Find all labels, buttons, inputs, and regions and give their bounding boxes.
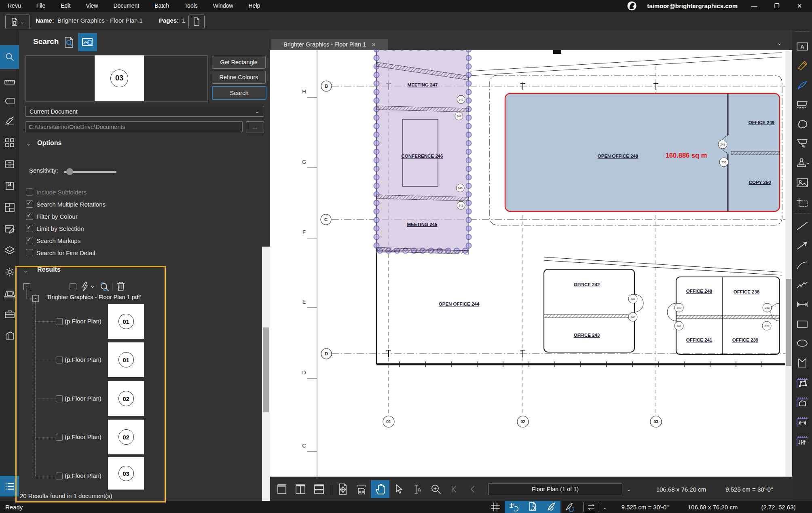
- options-header[interactable]: Options: [37, 139, 61, 147]
- menu-file[interactable]: File: [29, 0, 53, 12]
- menu-batch[interactable]: Batch: [147, 0, 177, 12]
- close-button[interactable]: ✕: [793, 2, 806, 10]
- delete-results-button[interactable]: [116, 281, 126, 291]
- results-collapse-chevron[interactable]: ⌄: [23, 268, 28, 274]
- bookmarks-panel-tab[interactable]: [0, 176, 19, 196]
- menu-edit[interactable]: Edit: [53, 0, 78, 12]
- document-node-collapse[interactable]: -: [32, 295, 39, 302]
- apply-action-button[interactable]: [80, 282, 94, 291]
- menu-window[interactable]: Window: [205, 0, 241, 12]
- result-thumbnail[interactable]: 02: [108, 420, 144, 454]
- search-path-input[interactable]: C:\Users\taimo\OneDrive\Documents: [25, 121, 243, 132]
- fit-page-button[interactable]: [334, 480, 352, 498]
- pdf-canvas[interactable]: H G F E D C B C D: [270, 50, 785, 477]
- squiggly-markup-tool[interactable]: [792, 95, 812, 114]
- browse-button[interactable]: ...: [246, 121, 264, 133]
- search-button[interactable]: Search: [212, 86, 266, 100]
- toolchest-panel-tab[interactable]: [0, 304, 19, 324]
- checkbox-filter-by-colour[interactable]: Filter by Colour: [26, 213, 78, 220]
- create-pdf-button[interactable]: [188, 15, 205, 29]
- sensitivity-slider-thumb[interactable]: [66, 168, 73, 175]
- area-measure-tool[interactable]: [792, 374, 812, 392]
- settings-panel-tab[interactable]: [0, 262, 19, 282]
- fit-width-button[interactable]: [352, 480, 371, 498]
- pen-sync-indicator[interactable]: [560, 501, 579, 513]
- arrow-tool[interactable]: [792, 236, 812, 255]
- refresh-search-button[interactable]: [98, 281, 110, 292]
- result-checkbox[interactable]: [56, 395, 63, 402]
- visual-search-mode-button[interactable]: [78, 33, 97, 51]
- split-vertical-button[interactable]: [291, 480, 310, 498]
- select-tool-button[interactable]: [389, 480, 408, 498]
- count-measure-tool[interactable]: [792, 432, 812, 450]
- menu-document[interactable]: Document: [106, 0, 147, 12]
- checkbox-search-for-fine-detail[interactable]: Search for Fine Detail: [26, 249, 95, 256]
- page-select-field[interactable]: Floor Plan (1 of 1): [488, 483, 622, 495]
- single-pane-button[interactable]: [273, 480, 291, 498]
- checkbox-limit-by-selection[interactable]: Limit by Selection: [26, 225, 84, 232]
- result-thumbnail[interactable]: 03: [108, 457, 144, 490]
- menu-revu[interactable]: Revu: [0, 0, 29, 12]
- account-email[interactable]: taimoor@brightergraphics.com: [647, 2, 738, 9]
- checkbox-search-markups[interactable]: Search Markups: [26, 237, 80, 244]
- file-access-panel-tab[interactable]: [0, 154, 19, 174]
- menu-help[interactable]: Help: [241, 0, 268, 12]
- checkbox-include-subfolders[interactable]: Include Subfolders: [26, 188, 87, 196]
- menu-view[interactable]: View: [78, 0, 106, 12]
- result-thumbnail[interactable]: 01: [108, 342, 144, 377]
- search-scope-select[interactable]: Current Document ⌄: [25, 106, 264, 117]
- sync-views-toggle[interactable]: [583, 502, 599, 512]
- ellipse-tool[interactable]: [792, 334, 812, 353]
- arc-tool[interactable]: [792, 256, 812, 274]
- result-checkbox[interactable]: [56, 318, 63, 325]
- rectangle-tool[interactable]: [792, 315, 812, 334]
- image-tool[interactable]: [792, 173, 812, 192]
- result-page-label[interactable]: (p.Floor Plan): [65, 356, 102, 363]
- result-thumbnail[interactable]: 01: [108, 304, 144, 339]
- get-rectangle-button[interactable]: Get Rectangle: [212, 56, 266, 69]
- select-all-results-checkbox[interactable]: [70, 283, 76, 290]
- markup-tools-tab[interactable]: [0, 112, 19, 131]
- tab-close-icon[interactable]: ✕: [372, 42, 376, 48]
- pan-tool-button[interactable]: [371, 480, 389, 498]
- snap-to-markup-toggle[interactable]: [542, 501, 560, 513]
- menu-tools[interactable]: Tools: [177, 0, 205, 12]
- checkbox-search-multiple-rotations[interactable]: Search Multiple Rotations: [26, 201, 106, 208]
- tab-list-chevron-icon[interactable]: ⌄: [777, 39, 782, 46]
- select-text-button[interactable]: A: [408, 480, 427, 498]
- status-chevron-icon[interactable]: ⌄: [603, 504, 607, 510]
- studio-panel-tab[interactable]: [0, 326, 19, 346]
- previous-page-button[interactable]: [464, 480, 482, 498]
- markup-list-toggle[interactable]: [0, 476, 19, 496]
- minimize-button[interactable]: —: [748, 2, 760, 9]
- result-checkbox[interactable]: [56, 357, 63, 363]
- measure-panel-tab[interactable]: [0, 72, 19, 92]
- length-measure-tool[interactable]: [792, 413, 812, 431]
- result-thumbnail[interactable]: 02: [108, 381, 144, 416]
- markups-list-panel-tab[interactable]: [0, 220, 19, 239]
- result-document-name[interactable]: 'Brighter Graphics - Floor Plan 1.pdf': [47, 294, 141, 300]
- canvas-scrollbar[interactable]: [785, 50, 792, 477]
- result-page-label[interactable]: (p.Floor Plan): [65, 472, 102, 479]
- canvas-scrollbar-thumb[interactable]: [786, 279, 791, 366]
- zoom-tool-button[interactable]: [427, 480, 445, 498]
- snap-to-content-toggle[interactable]: [523, 501, 542, 513]
- options-collapse-chevron[interactable]: ⌄: [26, 141, 31, 147]
- search-panel-tab[interactable]: [0, 45, 19, 69]
- page-select-chevron-icon[interactable]: ⌄: [626, 486, 631, 492]
- panel-scrollbar-thumb[interactable]: [263, 327, 269, 412]
- pen-tool[interactable]: [792, 76, 812, 95]
- document-tab[interactable]: Brighter Graphics - Floor Plan 1 ✕: [271, 39, 388, 50]
- highlighter-tool[interactable]: [792, 57, 812, 75]
- layers-panel-tab[interactable]: [0, 241, 19, 260]
- results-header[interactable]: Results: [37, 266, 61, 273]
- thumbnails-panel-tab[interactable]: [0, 133, 19, 152]
- first-page-button[interactable]: [445, 480, 464, 498]
- result-page-label[interactable]: (p.Floor Plan): [65, 433, 102, 440]
- split-horizontal-button[interactable]: [310, 480, 328, 498]
- document-menu-button[interactable]: ⌄: [5, 15, 30, 29]
- text-box-tool[interactable]: A: [792, 37, 812, 56]
- line-tool[interactable]: [792, 217, 812, 235]
- restore-button[interactable]: ❐: [771, 2, 783, 10]
- callout-tool[interactable]: [792, 134, 812, 153]
